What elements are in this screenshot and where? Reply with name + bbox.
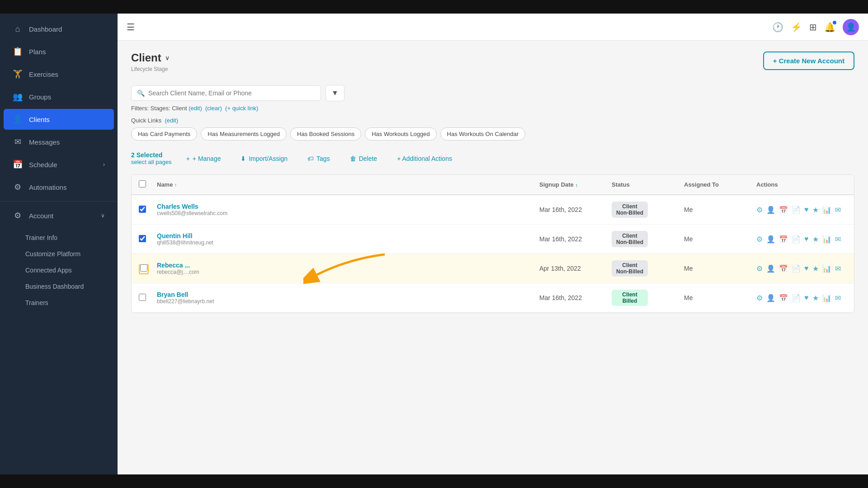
heart-icon-charles[interactable]: ♥: [804, 206, 809, 214]
client-signup-charles: Mar 16th, 2022: [539, 206, 612, 213]
manage-button[interactable]: + + Manage: [181, 152, 226, 165]
select-all-link[interactable]: select all pages: [131, 159, 172, 165]
tags-button[interactable]: 🏷 Tags: [302, 152, 335, 165]
signup-sort-icon[interactable]: ↕: [575, 182, 578, 188]
star-icon-bryan[interactable]: ★: [812, 294, 819, 302]
client-status-rebecca: ClientNon-Billed: [612, 260, 684, 277]
client-checkbox-rebecca[interactable]: [140, 264, 147, 272]
client-checkbox-charles[interactable]: [139, 206, 146, 213]
client-table: Name ↑ Signup Date ↕ Status Assigned To …: [131, 174, 854, 313]
delete-button[interactable]: 🗑 Delete: [344, 152, 382, 165]
client-name-quentin[interactable]: Quentin Hill: [157, 232, 539, 239]
star-icon-rebecca[interactable]: ★: [812, 264, 819, 273]
calendar-icon-rebecca[interactable]: 📅: [779, 264, 788, 273]
sidebar-item-exercises[interactable]: 🏋 Exercises: [4, 64, 114, 84]
client-name-charles[interactable]: Charles Wells: [157, 203, 539, 210]
mail-icon-bryan[interactable]: ✉: [835, 294, 841, 302]
user-icon-rebecca[interactable]: 👤: [766, 264, 775, 273]
sidebar-subitem-connected-apps[interactable]: Connected Apps: [0, 262, 118, 278]
client-checkbox-bryan[interactable]: [139, 294, 146, 301]
client-checkbox-quentin[interactable]: [139, 235, 146, 242]
user-icon-charles[interactable]: 👤: [766, 206, 775, 214]
search-input[interactable]: [148, 89, 315, 97]
filter-button[interactable]: ▼: [326, 85, 344, 101]
client-actions-charles: ⚙ 👤 📅 📄 ♥ ★ 📊 ✉: [756, 206, 847, 214]
sidebar-item-clients[interactable]: 👤 Clients: [4, 109, 114, 130]
settings-icon-charles[interactable]: ⚙: [756, 206, 763, 214]
header-name: Name ↑: [157, 181, 539, 188]
quick-links-section: Quick Links (edit) Has Card Payments Has…: [131, 117, 854, 141]
sidebar-label-clients: Clients: [29, 116, 50, 123]
heart-icon-rebecca[interactable]: ♥: [804, 264, 809, 272]
quick-link-booked-sessions[interactable]: Has Booked Sessions: [290, 127, 361, 141]
lightning-icon[interactable]: ⚡: [791, 22, 802, 33]
sidebar-item-dashboard[interactable]: ⌂ Dashboard: [4, 19, 114, 39]
star-icon-charles[interactable]: ★: [812, 206, 819, 214]
chart-icon-quentin[interactable]: 📊: [822, 235, 831, 244]
plans-icon: 📋: [13, 47, 23, 56]
sidebar-subitem-business-dashboard[interactable]: Business Dashboard: [0, 278, 118, 295]
settings-icon-bryan[interactable]: ⚙: [756, 294, 763, 302]
create-account-button[interactable]: + Create New Account: [763, 52, 854, 70]
quick-link-workouts-logged[interactable]: Has Workouts Logged: [365, 127, 436, 141]
mail-icon-quentin[interactable]: ✉: [835, 235, 841, 244]
client-name-rebecca[interactable]: Rebecca ...: [157, 262, 539, 269]
sidebar-item-account[interactable]: ⚙ Account ∨: [4, 205, 114, 226]
sidebar-subitem-trainer-info[interactable]: Trainer Info: [0, 230, 118, 246]
search-box[interactable]: 🔍: [131, 85, 321, 101]
chart-icon-rebecca[interactable]: 📊: [822, 264, 831, 273]
client-name-bryan[interactable]: Bryan Bell: [157, 291, 539, 298]
sidebar-item-groups[interactable]: 👥 Groups: [4, 86, 114, 107]
user-icon-quentin[interactable]: 👤: [766, 235, 775, 244]
import-assign-button[interactable]: ⬇ Import/Assign: [235, 152, 293, 165]
quick-link-card-payments[interactable]: Has Card Payments: [131, 127, 197, 141]
filters-quick-link[interactable]: (+ quick link): [225, 105, 258, 112]
document-icon-rebecca[interactable]: 📄: [792, 264, 801, 273]
sidebar-item-schedule[interactable]: 📅 Schedule ›: [4, 154, 114, 175]
mail-icon-charles[interactable]: ✉: [835, 206, 841, 214]
filters-clear-link[interactable]: (clear): [205, 105, 222, 112]
chart-icon-bryan[interactable]: 📊: [822, 294, 831, 302]
apps-icon[interactable]: ⊞: [809, 22, 817, 33]
user-avatar[interactable]: 👤: [843, 19, 859, 35]
heart-icon-quentin[interactable]: ♥: [804, 235, 809, 243]
bottom-bar: [0, 474, 868, 488]
document-icon-quentin[interactable]: 📄: [792, 235, 801, 244]
hamburger-button[interactable]: ☰: [127, 22, 135, 33]
settings-icon-quentin[interactable]: ⚙: [756, 235, 763, 244]
client-email-quentin: qhill538@lihnitneug.net: [157, 239, 539, 246]
top-bar: [0, 0, 868, 14]
delete-icon: 🗑: [350, 155, 356, 162]
client-actions-bryan: ⚙ 👤 📅 📄 ♥ ★ 📊 ✉: [756, 294, 847, 302]
user-icon-bryan[interactable]: 👤: [766, 294, 775, 302]
calendar-icon-bryan[interactable]: 📅: [779, 294, 788, 302]
quick-links-edit[interactable]: (edit): [165, 117, 178, 124]
table-row: Charles Wells cwells508@sllewselrahc.com…: [132, 195, 854, 225]
sidebar-item-messages[interactable]: ✉ Messages: [4, 131, 114, 152]
calendar-icon-charles[interactable]: 📅: [779, 206, 788, 214]
quick-link-measurements[interactable]: Has Measurements Logged: [201, 127, 287, 141]
sidebar-subitem-trainers[interactable]: Trainers: [0, 295, 118, 311]
chart-icon-charles[interactable]: 📊: [822, 206, 831, 214]
page-title-chevron-icon[interactable]: ∨: [165, 54, 170, 61]
heart-icon-bryan[interactable]: ♥: [804, 294, 809, 302]
document-icon-charles[interactable]: 📄: [792, 206, 801, 214]
name-sort-icon[interactable]: ↑: [175, 182, 177, 188]
notifications-icon[interactable]: 🔔: [824, 22, 835, 33]
page-header: Client ∨: [131, 52, 170, 64]
clock-icon[interactable]: 🕐: [772, 22, 783, 33]
quick-link-workouts-calendar[interactable]: Has Workouts On Calendar: [440, 127, 526, 141]
manage-label: + Manage: [193, 155, 221, 162]
filters-edit-link[interactable]: (edit): [189, 105, 202, 112]
sidebar-subitem-customize-platform[interactable]: Customize Platform: [0, 246, 118, 262]
calendar-icon-quentin[interactable]: 📅: [779, 235, 788, 244]
document-icon-bryan[interactable]: 📄: [792, 294, 801, 302]
additional-actions-button[interactable]: + Additional Actions: [392, 152, 458, 165]
import-label: Import/Assign: [249, 155, 288, 162]
star-icon-quentin[interactable]: ★: [812, 235, 819, 244]
select-all-checkbox[interactable]: [139, 180, 146, 188]
settings-icon-rebecca[interactable]: ⚙: [756, 264, 763, 273]
sidebar-item-plans[interactable]: 📋 Plans: [4, 41, 114, 62]
mail-icon-rebecca[interactable]: ✉: [835, 264, 841, 273]
sidebar-item-automations[interactable]: ⚙ Automations: [4, 177, 114, 197]
